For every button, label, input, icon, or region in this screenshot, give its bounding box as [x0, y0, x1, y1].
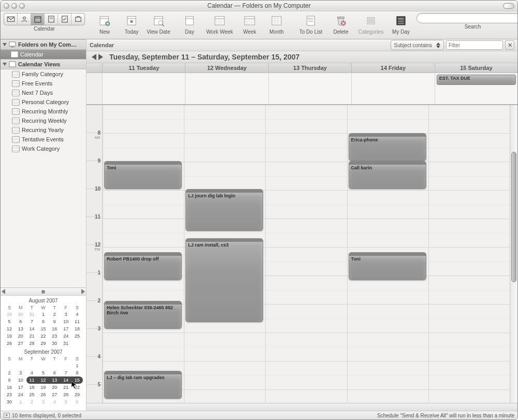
- mini-day[interactable]: 9: [4, 376, 15, 384]
- mini-day[interactable]: 29: [71, 391, 83, 398]
- mini-day[interactable]: 5: [4, 318, 15, 325]
- mini-day[interactable]: 18: [71, 325, 83, 332]
- mini-day[interactable]: 14: [26, 325, 38, 332]
- mini-day[interactable]: [4, 362, 15, 369]
- mini-day[interactable]: 5: [60, 398, 71, 405]
- mini-day[interactable]: 16: [4, 384, 15, 391]
- calendar-event[interactable]: Toni: [104, 161, 182, 189]
- work-week-view-button[interactable]: [209, 13, 230, 28]
- mini-day[interactable]: 20: [15, 332, 26, 340]
- allday-cell[interactable]: [351, 73, 434, 104]
- mini-day[interactable]: 15: [71, 376, 83, 384]
- mini-day[interactable]: 25: [71, 332, 83, 340]
- mini-day[interactable]: 11: [26, 376, 38, 384]
- mini-day[interactable]: 14: [60, 376, 71, 384]
- mini-day[interactable]: 24: [60, 332, 71, 340]
- allday-event[interactable]: EST. TAX DUE: [437, 75, 516, 85]
- view-date-button[interactable]: [148, 13, 169, 28]
- mini-day[interactable]: 10: [60, 318, 71, 325]
- mini-day[interactable]: 29: [4, 311, 15, 318]
- day-view-button[interactable]: [179, 13, 200, 28]
- mini-day[interactable]: 11: [71, 318, 83, 325]
- sidebar-root[interactable]: Folders on My Com…: [1, 39, 86, 50]
- mini-day[interactable]: 7: [26, 318, 38, 325]
- todo-list-button[interactable]: [300, 13, 321, 28]
- sidebar-hscroll[interactable]: [1, 287, 86, 295]
- mini-day[interactable]: 13: [49, 376, 60, 384]
- mini-day[interactable]: 7: [60, 369, 71, 376]
- today-button[interactable]: [121, 13, 142, 28]
- next-range-button[interactable]: [98, 54, 103, 60]
- mini-day[interactable]: 17: [15, 384, 26, 391]
- mini-day[interactable]: 29: [38, 340, 49, 347]
- day-column[interactable]: [428, 105, 510, 403]
- mini-day[interactable]: 20: [49, 384, 60, 391]
- mini-day[interactable]: 18: [26, 384, 38, 391]
- mini-day[interactable]: 19: [38, 384, 49, 391]
- mini-day[interactable]: 25: [26, 391, 38, 398]
- sidebar-view-item[interactable]: Work Category: [1, 144, 86, 153]
- mini-day[interactable]: 27: [49, 391, 60, 398]
- mini-day[interactable]: 15: [38, 325, 49, 332]
- sidebar-view-item[interactable]: Personal Category: [1, 97, 86, 107]
- notes-button[interactable]: [45, 13, 58, 25]
- mini-day[interactable]: 27: [15, 340, 26, 347]
- mini-day[interactable]: 4: [26, 369, 38, 376]
- mini-day[interactable]: 31: [60, 340, 71, 347]
- day-column[interactable]: ToniRobert PB1400 drop offHelen Scheckte…: [103, 105, 184, 403]
- mini-day[interactable]: [38, 362, 49, 369]
- mini-day[interactable]: 2: [4, 369, 15, 376]
- search-input[interactable]: [416, 13, 518, 23]
- sidebar-calendar[interactable]: Calendar: [1, 50, 86, 59]
- sidebar-views-head[interactable]: Calendar Views: [1, 59, 86, 69]
- filter-close-button[interactable]: ✕: [505, 40, 514, 50]
- filter-input[interactable]: [446, 40, 503, 50]
- scroll-thumb[interactable]: [41, 290, 45, 294]
- sidebar-view-item[interactable]: Family Category: [1, 69, 86, 79]
- calendar-event[interactable]: Call karin: [349, 161, 426, 189]
- calendar-event[interactable]: Erica-phone: [349, 133, 426, 161]
- contacts-button[interactable]: [18, 13, 31, 25]
- sidebar-view-item[interactable]: Recurring Weekly: [1, 116, 86, 125]
- mini-day[interactable]: 2: [49, 311, 60, 318]
- sidebar-view-item[interactable]: Next 7 Days: [1, 88, 86, 97]
- mini-day[interactable]: 8: [38, 318, 49, 325]
- sidebar-view-item[interactable]: Recurring Monthly: [1, 107, 86, 116]
- my-day-button[interactable]: [391, 13, 411, 28]
- mini-day[interactable]: 1: [38, 311, 49, 318]
- project-button[interactable]: [71, 13, 84, 25]
- day-column[interactable]: [265, 105, 347, 403]
- mini-day[interactable]: 5: [38, 369, 49, 376]
- mini-day[interactable]: 28: [60, 391, 71, 398]
- mini-day[interactable]: 4: [49, 398, 60, 405]
- calendar-event[interactable]: LJ ram install, cs3: [185, 238, 263, 322]
- allday-cell[interactable]: [268, 73, 351, 104]
- calendar-event[interactable]: Toni: [349, 252, 426, 280]
- status-menu-icon[interactable]: ▾: [4, 413, 10, 418]
- prev-range-button[interactable]: [92, 54, 96, 60]
- scroll-thumb[interactable]: [511, 152, 516, 282]
- mini-day[interactable]: [15, 362, 26, 369]
- mini-day[interactable]: [26, 362, 38, 369]
- mini-day[interactable]: 22: [71, 384, 83, 391]
- mini-day[interactable]: 23: [4, 391, 15, 398]
- calendar-event[interactable]: Robert PB1400 drop off: [104, 252, 182, 280]
- mini-day[interactable]: 10: [15, 376, 26, 384]
- mini-day[interactable]: 12: [38, 376, 49, 384]
- mini-day[interactable]: 26: [38, 391, 49, 398]
- mini-day[interactable]: 6: [15, 318, 26, 325]
- mini-day[interactable]: 6: [71, 398, 83, 405]
- mini-day[interactable]: 23: [49, 332, 60, 340]
- new-button[interactable]: ✦: [94, 13, 115, 28]
- vertical-scrollbar[interactable]: [510, 105, 517, 403]
- sidebar-view-item[interactable]: Tentative Events: [1, 135, 86, 144]
- allday-cell[interactable]: [102, 73, 185, 104]
- mini-day[interactable]: 21: [26, 332, 38, 340]
- mini-day[interactable]: 8: [71, 369, 83, 376]
- filter-field-select[interactable]: Subject contains: [391, 40, 444, 50]
- scroll-left-icon[interactable]: [2, 289, 5, 294]
- mini-day[interactable]: 21: [60, 384, 71, 391]
- mini-day[interactable]: 3: [38, 398, 49, 405]
- mini-day[interactable]: 30: [4, 398, 15, 405]
- tasks-button[interactable]: [58, 13, 71, 25]
